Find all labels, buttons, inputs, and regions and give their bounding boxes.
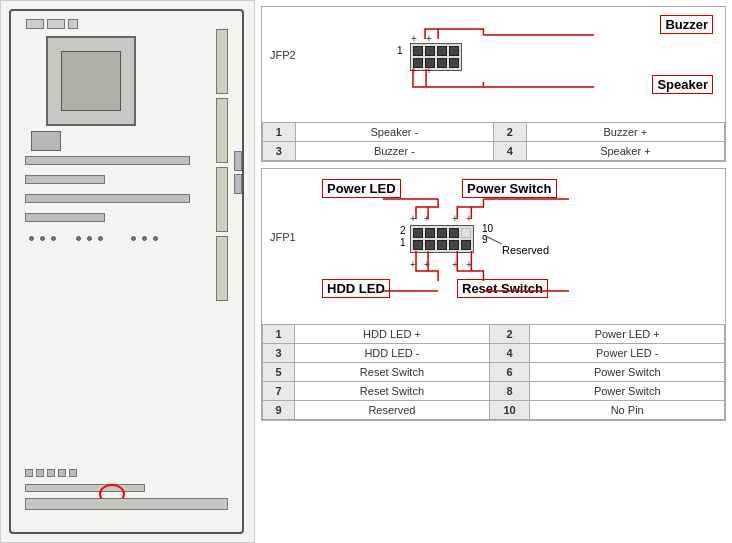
pin-val: Power LED - — [530, 344, 725, 363]
plus-b1: + — [410, 259, 416, 270]
power-switch-callout: Power Switch — [462, 179, 557, 198]
pin — [449, 228, 459, 238]
table-row: 5 Reset Switch 6 Power Switch — [263, 363, 725, 382]
plus-top-mid: + — [426, 33, 432, 44]
power-led-callout: Power LED — [322, 179, 401, 198]
pcie-slot-3 — [25, 194, 190, 203]
pin-empty — [461, 228, 471, 238]
reset-switch-callout: Reset Switch — [457, 279, 548, 298]
speaker-callout: Speaker — [652, 75, 713, 94]
right-connectors — [234, 151, 242, 194]
pin-val: Reset Switch — [295, 382, 490, 401]
table-row: 9 Reserved 10 No Pin — [263, 401, 725, 420]
ram-slot-2 — [216, 98, 228, 163]
pin — [437, 58, 447, 68]
plus-b3: + — [452, 259, 458, 270]
table-row: 3 HDD LED - 4 Power LED - — [263, 344, 725, 363]
jfp2-pin1-label: 1 — [397, 45, 403, 56]
jfp1-pin-grid — [410, 225, 474, 253]
small-conn — [58, 469, 66, 477]
plus-b2: + — [424, 259, 430, 270]
jfp2-pin-grid — [410, 43, 462, 71]
pcie-slot-4 — [25, 213, 105, 222]
jfp2-diagram: JFP2 1 + + + + — [262, 7, 725, 122]
pin-num: 2 — [493, 123, 526, 142]
plus-t1: + — [410, 213, 416, 224]
jfp2-box: JFP2 1 + + + + — [261, 6, 726, 162]
plus-t4: + — [466, 213, 472, 224]
pin-num: 2 — [489, 325, 530, 344]
dots-row-3 — [131, 236, 158, 241]
pin — [461, 240, 471, 250]
motherboard-panel — [0, 0, 255, 543]
pin-val: Speaker + — [526, 142, 724, 161]
pin — [425, 240, 435, 250]
small-connectors — [25, 469, 77, 477]
pin-num: 3 — [263, 142, 296, 161]
pin — [449, 58, 459, 68]
dot — [87, 236, 92, 241]
right-conn — [234, 151, 242, 171]
jfp1-table: 1 HDD LED + 2 Power LED + 3 HDD LED - 4 … — [262, 324, 725, 420]
pin-num: 1 — [263, 123, 296, 142]
mb-outline — [9, 9, 244, 534]
pin-val: Reset Switch — [295, 363, 490, 382]
pin — [437, 240, 447, 250]
plus-t3: + — [452, 213, 458, 224]
jfp2-label: JFP2 — [270, 49, 296, 61]
pin-val: Buzzer - — [295, 142, 493, 161]
plus-bot-left: + — [411, 65, 417, 76]
pin-val: Power Switch — [530, 382, 725, 401]
ram-slot-4 — [216, 236, 228, 301]
pin — [413, 240, 423, 250]
pin-num: 4 — [489, 344, 530, 363]
small-conn — [36, 469, 44, 477]
dot — [40, 236, 45, 241]
pcie-slots — [25, 156, 190, 222]
pin-val: Reserved — [295, 401, 490, 420]
pin-val: Buzzer + — [526, 123, 724, 142]
pin-num: 6 — [489, 363, 530, 382]
pin — [413, 46, 423, 56]
pin-val: No Pin — [530, 401, 725, 420]
top-conn-2 — [47, 19, 65, 29]
cpu-socket — [46, 36, 136, 126]
right-conn — [234, 174, 242, 194]
pin — [437, 46, 447, 56]
dot — [29, 236, 34, 241]
pin-num: 5 — [263, 363, 295, 382]
chip-1 — [31, 131, 61, 151]
plus-t2: + — [424, 213, 430, 224]
top-conn-1 — [26, 19, 44, 29]
pin — [425, 46, 435, 56]
pin — [437, 228, 447, 238]
dot — [131, 236, 136, 241]
pin-num: 9 — [263, 401, 295, 420]
right-panel: JFP2 1 + + + + — [255, 0, 732, 543]
ram-slots — [216, 29, 228, 301]
ram-slot-3 — [216, 167, 228, 232]
table-row: 1 Speaker - 2 Buzzer + — [263, 123, 725, 142]
jfp1-label: JFP1 — [270, 231, 296, 243]
pin — [425, 228, 435, 238]
bottom-long-connector — [25, 498, 228, 510]
plus-b4: + — [466, 259, 472, 270]
table-row: 1 HDD LED + 2 Power LED + — [263, 325, 725, 344]
pin-num: 4 — [493, 142, 526, 161]
pin-num: 8 — [489, 382, 530, 401]
jfp1-pin1-label: 1 — [400, 237, 406, 248]
dot — [142, 236, 147, 241]
pin-val: Power Switch — [530, 363, 725, 382]
plus-top-left: + — [411, 33, 417, 44]
pin-num: 1 — [263, 325, 295, 344]
small-conn — [69, 469, 77, 477]
top-conn-3 — [68, 19, 78, 29]
bottom-connectors — [25, 484, 145, 492]
dot — [153, 236, 158, 241]
bottom-conn-bar — [25, 484, 145, 492]
dot — [76, 236, 81, 241]
pcie-slot-1 — [25, 156, 190, 165]
jfp1-pin2-label: 2 — [400, 225, 406, 236]
jfp1-box: JFP1 2 1 10 9 — [261, 168, 726, 421]
hdd-led-callout: HDD LED — [322, 279, 390, 298]
